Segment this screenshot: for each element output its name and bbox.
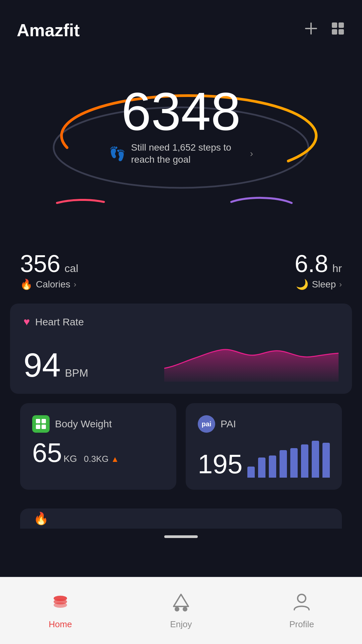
svg-point-13: [54, 602, 67, 608]
app-header: Amazfit: [0, 0, 362, 47]
moon-icon: 🌙: [296, 278, 308, 290]
calories-label: Calories: [36, 279, 70, 290]
body-weight-icon: [32, 415, 50, 433]
svg-rect-2: [332, 22, 337, 28]
heart-rate-header: ♥ Heart Rate: [23, 316, 339, 328]
app-title: Amazfit: [17, 20, 80, 40]
svg-rect-3: [339, 22, 344, 28]
drag-handle: [164, 535, 198, 538]
sleep-value: 6.8: [295, 250, 328, 277]
pai-bar-item: [269, 455, 276, 478]
steps-count: 6348: [109, 85, 253, 138]
pai-badge-label: pai: [202, 420, 212, 428]
svg-point-15: [175, 607, 179, 611]
weight-arrow-icon: ▲: [111, 454, 119, 464]
steps-feet-icon: 👣: [109, 146, 126, 162]
steps-info-row[interactable]: 👣 Still need 1,652 steps to reach the go…: [109, 142, 253, 166]
weight-unit: KG: [63, 453, 77, 464]
hr-value: 94: [23, 346, 61, 384]
svg-marker-14: [174, 594, 188, 606]
heart-rate-content: 94 BPM: [23, 335, 339, 382]
svg-rect-7: [36, 419, 40, 423]
steps-chevron-icon: ›: [250, 149, 253, 159]
body-weight-card[interactable]: Body Weight 65 KG 0.3KG ▲: [20, 403, 176, 490]
svg-point-16: [183, 607, 187, 611]
weight-change: 0.3KG ▲: [84, 454, 119, 464]
pai-card[interactable]: pai PAI 195: [186, 403, 342, 490]
nav-profile[interactable]: Profile: [241, 592, 362, 630]
body-weight-value-row: 65 KG 0.3KG ▲: [32, 439, 164, 466]
pai-bar-item: [301, 444, 308, 478]
partial-card[interactable]: 🔥: [20, 508, 342, 529]
weight-value: 65: [32, 438, 62, 468]
sleep-value-row: 6.8 hr: [295, 252, 342, 276]
bottom-cards-row: Body Weight 65 KG 0.3KG ▲ pai PAI 195: [10, 403, 352, 490]
calories-unit: cal: [65, 262, 78, 274]
enjoy-icon: [171, 592, 191, 616]
heart-rate-title: Heart Rate: [35, 316, 84, 328]
nav-enjoy-label: Enjoy: [170, 619, 192, 630]
cards-container: ♥ Heart Rate 94 BPM: [0, 304, 362, 529]
pai-bar-item: [247, 467, 255, 478]
calories-label-row: 🔥 Calories ›: [20, 278, 78, 290]
pai-bar-item: [258, 458, 265, 478]
pai-value: 195: [198, 451, 242, 478]
body-weight-header: Body Weight: [32, 415, 164, 433]
nav-home-label: Home: [49, 619, 72, 630]
steps-message: Still need 1,652 steps to reach the goal: [131, 142, 245, 166]
calories-value-row: 356 cal: [20, 252, 78, 276]
partial-card-icon: 🔥: [34, 512, 49, 526]
pai-bar-item: [280, 450, 287, 478]
sleep-stat[interactable]: 6.8 hr 🌙 Sleep ›: [295, 252, 342, 290]
add-button[interactable]: [304, 21, 318, 39]
calories-stat[interactable]: 356 cal 🔥 Calories ›: [20, 252, 78, 290]
svg-rect-4: [332, 29, 337, 35]
svg-rect-8: [42, 419, 46, 423]
calories-chevron-icon: ›: [74, 280, 76, 289]
steps-display: 6348 👣 Still need 1,652 steps to reach t…: [109, 85, 253, 166]
sleep-label: Sleep: [312, 279, 336, 290]
svg-rect-5: [339, 29, 344, 35]
nav-home[interactable]: Home: [0, 592, 121, 630]
grid-button[interactable]: [330, 21, 345, 39]
hr-value-group: 94 BPM: [23, 348, 88, 382]
pai-content: 195: [198, 441, 330, 478]
svg-point-17: [298, 594, 306, 602]
calories-value: 356: [20, 250, 60, 277]
home-icon: [50, 592, 70, 616]
heart-rate-card[interactable]: ♥ Heart Rate 94 BPM: [10, 304, 352, 394]
sleep-label-row: 🌙 Sleep ›: [295, 278, 342, 290]
nav-enjoy[interactable]: Enjoy: [121, 592, 241, 630]
flame-icon: 🔥: [20, 278, 33, 290]
steps-section: 6348 👣 Still need 1,652 steps to reach t…: [0, 50, 362, 238]
profile-icon: [292, 592, 312, 616]
weight-change-value: 0.3KG: [84, 454, 109, 464]
pai-badge-icon: pai: [198, 415, 215, 433]
hr-chart: [164, 335, 339, 382]
heart-icon: ♥: [23, 316, 30, 328]
pai-bar-item: [290, 448, 298, 478]
bottom-nav: Home Enjoy Profile: [0, 577, 362, 644]
svg-rect-10: [42, 425, 46, 429]
pai-title: PAI: [221, 418, 236, 430]
header-actions: [304, 21, 345, 39]
steps-oval[interactable]: 6348 👣 Still need 1,652 steps to reach t…: [37, 80, 325, 195]
stats-row: 356 cal 🔥 Calories › 6.8 hr 🌙 Sleep ›: [0, 241, 362, 304]
pai-header: pai PAI: [198, 415, 330, 433]
nav-profile-label: Profile: [289, 619, 314, 630]
hr-unit: BPM: [65, 367, 88, 379]
pai-bar-item: [322, 443, 330, 478]
pai-bar-item: [312, 441, 319, 478]
pai-bar-chart: [247, 441, 330, 478]
sleep-chevron-icon: ›: [339, 280, 342, 289]
sleep-unit: hr: [333, 262, 342, 274]
mini-arcs: [37, 188, 325, 208]
body-weight-title: Body Weight: [55, 418, 112, 430]
svg-rect-9: [36, 425, 40, 429]
